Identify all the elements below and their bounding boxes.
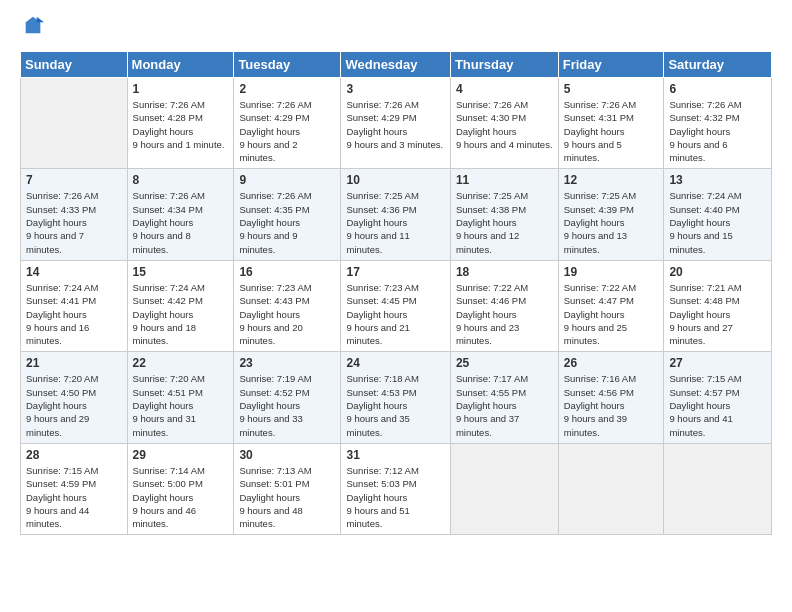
- day-info: Sunrise: 7:20 AMSunset: 4:51 PMDaylight …: [133, 373, 205, 437]
- calendar-cell: 24 Sunrise: 7:18 AMSunset: 4:53 PMDaylig…: [341, 352, 450, 443]
- day-number: 12: [564, 173, 659, 187]
- calendar-cell: 2 Sunrise: 7:26 AMSunset: 4:29 PMDayligh…: [234, 78, 341, 169]
- calendar-cell: 19 Sunrise: 7:22 AMSunset: 4:47 PMDaylig…: [558, 260, 664, 351]
- day-info: Sunrise: 7:26 AMSunset: 4:34 PMDaylight …: [133, 190, 205, 254]
- day-number: 21: [26, 356, 122, 370]
- calendar-cell: [450, 443, 558, 534]
- day-info: Sunrise: 7:15 AMSunset: 4:59 PMDaylight …: [26, 465, 98, 529]
- calendar-cell: 18 Sunrise: 7:22 AMSunset: 4:46 PMDaylig…: [450, 260, 558, 351]
- day-info: Sunrise: 7:26 AMSunset: 4:32 PMDaylight …: [669, 99, 741, 163]
- day-number: 9: [239, 173, 335, 187]
- calendar-cell: [21, 78, 128, 169]
- col-header-monday: Monday: [127, 52, 234, 78]
- calendar-cell: 10 Sunrise: 7:25 AMSunset: 4:36 PMDaylig…: [341, 169, 450, 260]
- day-number: 15: [133, 265, 229, 279]
- col-header-saturday: Saturday: [664, 52, 772, 78]
- day-number: 23: [239, 356, 335, 370]
- calendar-cell: 12 Sunrise: 7:25 AMSunset: 4:39 PMDaylig…: [558, 169, 664, 260]
- day-number: 14: [26, 265, 122, 279]
- calendar-cell: 17 Sunrise: 7:23 AMSunset: 4:45 PMDaylig…: [341, 260, 450, 351]
- day-info: Sunrise: 7:23 AMSunset: 4:45 PMDaylight …: [346, 282, 418, 346]
- logo-icon: [22, 15, 44, 37]
- calendar-cell: 30 Sunrise: 7:13 AMSunset: 5:01 PMDaylig…: [234, 443, 341, 534]
- day-number: 1: [133, 82, 229, 96]
- calendar-cell: 8 Sunrise: 7:26 AMSunset: 4:34 PMDayligh…: [127, 169, 234, 260]
- day-number: 17: [346, 265, 444, 279]
- calendar-cell: 22 Sunrise: 7:20 AMSunset: 4:51 PMDaylig…: [127, 352, 234, 443]
- calendar-cell: 4 Sunrise: 7:26 AMSunset: 4:30 PMDayligh…: [450, 78, 558, 169]
- calendar-cell: 21 Sunrise: 7:20 AMSunset: 4:50 PMDaylig…: [21, 352, 128, 443]
- day-number: 8: [133, 173, 229, 187]
- day-info: Sunrise: 7:20 AMSunset: 4:50 PMDaylight …: [26, 373, 98, 437]
- day-number: 4: [456, 82, 553, 96]
- calendar-table: SundayMondayTuesdayWednesdayThursdayFrid…: [20, 51, 772, 535]
- calendar-cell: 23 Sunrise: 7:19 AMSunset: 4:52 PMDaylig…: [234, 352, 341, 443]
- day-number: 3: [346, 82, 444, 96]
- day-info: Sunrise: 7:14 AMSunset: 5:00 PMDaylight …: [133, 465, 205, 529]
- calendar-week-2: 14 Sunrise: 7:24 AMSunset: 4:41 PMDaylig…: [21, 260, 772, 351]
- calendar-cell: 29 Sunrise: 7:14 AMSunset: 5:00 PMDaylig…: [127, 443, 234, 534]
- calendar-cell: 11 Sunrise: 7:25 AMSunset: 4:38 PMDaylig…: [450, 169, 558, 260]
- day-number: 13: [669, 173, 766, 187]
- day-info: Sunrise: 7:25 AMSunset: 4:39 PMDaylight …: [564, 190, 636, 254]
- day-info: Sunrise: 7:26 AMSunset: 4:28 PMDaylight …: [133, 99, 225, 150]
- day-number: 27: [669, 356, 766, 370]
- logo: [20, 15, 44, 41]
- col-header-sunday: Sunday: [21, 52, 128, 78]
- calendar-cell: 27 Sunrise: 7:15 AMSunset: 4:57 PMDaylig…: [664, 352, 772, 443]
- day-info: Sunrise: 7:17 AMSunset: 4:55 PMDaylight …: [456, 373, 528, 437]
- day-number: 20: [669, 265, 766, 279]
- calendar-cell: 9 Sunrise: 7:26 AMSunset: 4:35 PMDayligh…: [234, 169, 341, 260]
- calendar-cell: 25 Sunrise: 7:17 AMSunset: 4:55 PMDaylig…: [450, 352, 558, 443]
- calendar-cell: 26 Sunrise: 7:16 AMSunset: 4:56 PMDaylig…: [558, 352, 664, 443]
- day-number: 29: [133, 448, 229, 462]
- day-number: 18: [456, 265, 553, 279]
- day-number: 25: [456, 356, 553, 370]
- col-header-wednesday: Wednesday: [341, 52, 450, 78]
- day-info: Sunrise: 7:26 AMSunset: 4:31 PMDaylight …: [564, 99, 636, 163]
- col-header-thursday: Thursday: [450, 52, 558, 78]
- day-number: 10: [346, 173, 444, 187]
- calendar-cell: [558, 443, 664, 534]
- day-number: 24: [346, 356, 444, 370]
- day-info: Sunrise: 7:22 AMSunset: 4:47 PMDaylight …: [564, 282, 636, 346]
- day-number: 31: [346, 448, 444, 462]
- day-info: Sunrise: 7:25 AMSunset: 4:38 PMDaylight …: [456, 190, 528, 254]
- calendar-cell: 16 Sunrise: 7:23 AMSunset: 4:43 PMDaylig…: [234, 260, 341, 351]
- day-number: 16: [239, 265, 335, 279]
- day-number: 11: [456, 173, 553, 187]
- day-info: Sunrise: 7:16 AMSunset: 4:56 PMDaylight …: [564, 373, 636, 437]
- calendar-cell: 6 Sunrise: 7:26 AMSunset: 4:32 PMDayligh…: [664, 78, 772, 169]
- calendar-cell: 28 Sunrise: 7:15 AMSunset: 4:59 PMDaylig…: [21, 443, 128, 534]
- day-number: 30: [239, 448, 335, 462]
- header: [20, 15, 772, 41]
- calendar-cell: 1 Sunrise: 7:26 AMSunset: 4:28 PMDayligh…: [127, 78, 234, 169]
- calendar-cell: 5 Sunrise: 7:26 AMSunset: 4:31 PMDayligh…: [558, 78, 664, 169]
- calendar-week-1: 7 Sunrise: 7:26 AMSunset: 4:33 PMDayligh…: [21, 169, 772, 260]
- page: SundayMondayTuesdayWednesdayThursdayFrid…: [0, 0, 792, 612]
- day-number: 26: [564, 356, 659, 370]
- day-info: Sunrise: 7:19 AMSunset: 4:52 PMDaylight …: [239, 373, 311, 437]
- col-header-friday: Friday: [558, 52, 664, 78]
- calendar-cell: 15 Sunrise: 7:24 AMSunset: 4:42 PMDaylig…: [127, 260, 234, 351]
- day-info: Sunrise: 7:15 AMSunset: 4:57 PMDaylight …: [669, 373, 741, 437]
- calendar-cell: 13 Sunrise: 7:24 AMSunset: 4:40 PMDaylig…: [664, 169, 772, 260]
- calendar-week-0: 1 Sunrise: 7:26 AMSunset: 4:28 PMDayligh…: [21, 78, 772, 169]
- day-info: Sunrise: 7:26 AMSunset: 4:29 PMDaylight …: [239, 99, 311, 163]
- day-info: Sunrise: 7:26 AMSunset: 4:35 PMDaylight …: [239, 190, 311, 254]
- day-info: Sunrise: 7:26 AMSunset: 4:29 PMDaylight …: [346, 99, 443, 150]
- day-number: 6: [669, 82, 766, 96]
- calendar-week-3: 21 Sunrise: 7:20 AMSunset: 4:50 PMDaylig…: [21, 352, 772, 443]
- day-number: 22: [133, 356, 229, 370]
- day-info: Sunrise: 7:25 AMSunset: 4:36 PMDaylight …: [346, 190, 418, 254]
- day-info: Sunrise: 7:24 AMSunset: 4:40 PMDaylight …: [669, 190, 741, 254]
- day-number: 5: [564, 82, 659, 96]
- day-info: Sunrise: 7:24 AMSunset: 4:41 PMDaylight …: [26, 282, 98, 346]
- day-info: Sunrise: 7:13 AMSunset: 5:01 PMDaylight …: [239, 465, 311, 529]
- col-header-tuesday: Tuesday: [234, 52, 341, 78]
- day-info: Sunrise: 7:23 AMSunset: 4:43 PMDaylight …: [239, 282, 311, 346]
- calendar-header-row: SundayMondayTuesdayWednesdayThursdayFrid…: [21, 52, 772, 78]
- calendar-cell: 14 Sunrise: 7:24 AMSunset: 4:41 PMDaylig…: [21, 260, 128, 351]
- day-number: 7: [26, 173, 122, 187]
- day-info: Sunrise: 7:26 AMSunset: 4:33 PMDaylight …: [26, 190, 98, 254]
